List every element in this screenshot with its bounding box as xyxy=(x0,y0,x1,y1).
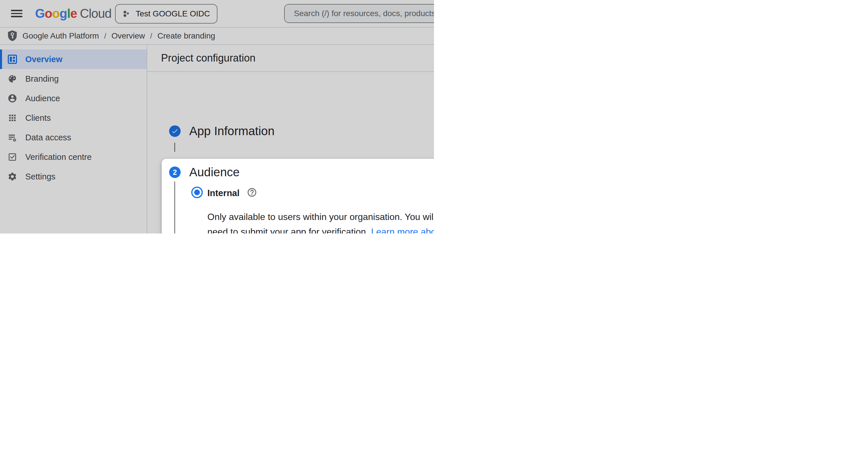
project-name: Test GOOGLE OIDC xyxy=(136,9,210,19)
check-icon xyxy=(171,127,179,135)
breadcrumb-separator: / xyxy=(145,32,157,40)
search-input[interactable] xyxy=(294,9,434,18)
account-circle-icon xyxy=(7,93,17,103)
sidebar-item-label: Branding xyxy=(25,74,59,84)
google-wordmark: Google xyxy=(35,6,77,21)
logo-letter: l xyxy=(67,6,70,21)
step1-title: App Information xyxy=(189,124,275,138)
step1-completed-icon xyxy=(169,125,181,137)
step2-number-icon: 2 xyxy=(169,166,181,178)
sidebar-item-label: Clients xyxy=(25,113,51,123)
sidebar-item-data-access[interactable]: Data access xyxy=(0,128,147,147)
page-header: Project configuration xyxy=(147,45,434,72)
sidebar-item-verification-centre[interactable]: Verification centre xyxy=(0,147,147,167)
logo-letter: e xyxy=(70,6,77,21)
logo-letter: o xyxy=(52,6,60,21)
project-configuration-stepper: App Information 2 Audience Internal Only… xyxy=(147,72,434,234)
breadcrumb-separator: / xyxy=(99,32,111,40)
verification-check-icon xyxy=(7,152,17,162)
apps-grid-icon xyxy=(7,113,17,123)
sidebar-item-audience[interactable]: Audience xyxy=(0,89,147,108)
logo-letter: g xyxy=(60,6,67,21)
main-content: Project configuration App Information 2 … xyxy=(147,45,434,234)
internal-description: Only available to users within your orga… xyxy=(207,209,434,234)
sidebar-item-label: Settings xyxy=(25,172,56,182)
sidebar-item-settings[interactable]: Settings xyxy=(0,167,147,186)
google-cloud-console: GoogleCloud Test GOOGLE OIDC Search xyxy=(0,0,434,234)
logo-letter: o xyxy=(44,6,52,21)
sidebar-item-overview[interactable]: Overview xyxy=(0,50,147,69)
stepper-connector xyxy=(174,143,175,152)
project-selector[interactable]: Test GOOGLE OIDC xyxy=(115,4,217,24)
project-hexagons-icon xyxy=(123,8,130,20)
breadcrumb-item-auth-platform[interactable]: Google Auth Platform xyxy=(23,31,99,40)
page-title: Project configuration xyxy=(161,52,255,64)
sidebar-item-label: Overview xyxy=(25,55,62,64)
search-input-zone xyxy=(285,5,434,23)
sidebar-item-label: Audience xyxy=(25,94,60,103)
internal-radio[interactable] xyxy=(191,187,203,198)
cloud-wordmark: Cloud xyxy=(80,6,112,21)
auth-platform-shield-icon xyxy=(7,30,18,42)
menu-icon[interactable] xyxy=(11,10,23,17)
breadcrumb-item-create-branding: Create branding xyxy=(157,31,215,40)
sidebar-nav: Overview Branding Audience Clients xyxy=(0,45,147,234)
audience-step-card: 2 Audience Internal Only available to us… xyxy=(162,159,434,234)
search-bar: Search xyxy=(284,4,434,23)
sidebar-item-label: Data access xyxy=(25,133,71,142)
sidebar-item-branding[interactable]: Branding xyxy=(0,69,147,89)
google-cloud-logo[interactable]: GoogleCloud xyxy=(35,6,112,21)
breadcrumb: Google Auth Platform / Overview / Create… xyxy=(0,28,434,45)
internal-radio-label[interactable]: Internal xyxy=(207,188,240,198)
logo-letter: G xyxy=(35,6,44,21)
step2-title: Audience xyxy=(189,165,240,179)
top-bar: GoogleCloud Test GOOGLE OIDC Search xyxy=(0,0,434,28)
stepper-connector xyxy=(174,182,175,234)
gear-icon xyxy=(7,172,17,182)
palette-icon xyxy=(7,74,17,84)
internal-help-icon[interactable] xyxy=(247,187,257,197)
sidebar-item-label: Verification centre xyxy=(25,152,92,162)
breadcrumb-item-overview[interactable]: Overview xyxy=(111,31,145,40)
sidebar-item-clients[interactable]: Clients xyxy=(0,108,147,128)
data-access-icon xyxy=(7,132,17,142)
overview-icon xyxy=(7,54,17,64)
